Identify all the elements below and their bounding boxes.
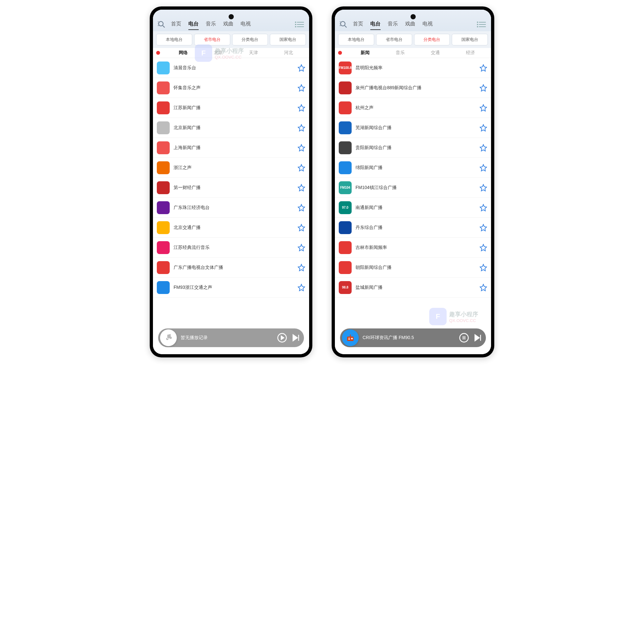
play-icon[interactable] <box>277 333 287 343</box>
station-row[interactable]: 98.8盐城新闻广播 <box>335 278 491 298</box>
subtab-national[interactable]: 国家电台 <box>270 34 306 45</box>
favorite-star-icon[interactable] <box>479 104 487 112</box>
player-bar[interactable]: 暂无播放记录 <box>158 328 304 347</box>
subtab-local[interactable]: 本地电台 <box>156 34 192 45</box>
station-title: 泉州广播电视台889新闻综合广播 <box>355 85 479 91</box>
favorite-star-icon[interactable] <box>479 64 487 72</box>
sub-tabs: 本地电台 省市电台 分类电台 国家电台 <box>335 31 491 48</box>
station-row[interactable]: 杭州之声 <box>335 98 491 118</box>
station-row[interactable]: 泉州广播电视台889新闻综合广播 <box>335 78 491 98</box>
favorite-star-icon[interactable] <box>298 84 305 92</box>
favorite-star-icon[interactable] <box>298 204 305 212</box>
favorite-star-icon[interactable] <box>298 244 305 251</box>
station-title: FM93浙江交通之声 <box>174 285 298 290</box>
favorite-star-icon[interactable] <box>298 164 305 172</box>
subtab-national[interactable]: 国家电台 <box>452 34 488 45</box>
cat-item[interactable]: 音乐 <box>383 50 418 56</box>
next-icon[interactable] <box>472 333 483 343</box>
cat-item[interactable]: 经济 <box>453 50 488 56</box>
station-row[interactable]: 贵阳新闻综合广播 <box>335 138 491 158</box>
station-row[interactable]: FM100.8昆明阳光频率 <box>335 58 491 78</box>
station-row[interactable]: 江苏新闻广播 <box>153 98 309 118</box>
station-title: 绵阳新闻广播 <box>355 165 479 171</box>
tab-home[interactable]: 首页 <box>171 19 181 30</box>
station-row[interactable]: FM93浙江交通之声 <box>153 278 309 298</box>
station-row[interactable]: FM104FM104镇江综合广播 <box>335 178 491 198</box>
station-row[interactable]: 芜湖新闻综合广播 <box>335 118 491 138</box>
station-row[interactable]: 广东珠江经济电台 <box>153 198 309 218</box>
station-row[interactable]: 绵阳新闻广播 <box>335 158 491 178</box>
station-row[interactable]: 第一财经广播 <box>153 178 309 198</box>
favorite-star-icon[interactable] <box>298 64 305 72</box>
favorite-star-icon[interactable] <box>479 144 487 152</box>
tab-opera[interactable]: 戏曲 <box>223 19 233 30</box>
cat-item[interactable]: 网络 <box>166 50 201 56</box>
cat-item[interactable]: 天津 <box>236 50 271 56</box>
favorite-star-icon[interactable] <box>479 204 487 212</box>
station-row[interactable]: 97.0南通新闻广播 <box>335 198 491 218</box>
subtab-province[interactable]: 省市电台 <box>376 34 412 45</box>
station-logo <box>157 161 170 174</box>
favorite-star-icon[interactable] <box>479 244 487 251</box>
cat-item[interactable]: 新闻 <box>348 50 383 56</box>
station-row[interactable]: 广东广播电视台文体广播 <box>153 258 309 278</box>
tab-home[interactable]: 首页 <box>353 19 363 30</box>
tab-opera[interactable]: 戏曲 <box>405 19 415 30</box>
tab-music[interactable]: 音乐 <box>388 19 398 30</box>
station-row[interactable]: 丹东综合广播 <box>335 218 491 238</box>
menu-icon[interactable] <box>295 19 306 30</box>
tab-tv[interactable]: 电视 <box>241 19 251 30</box>
tab-radio[interactable]: 电台 <box>370 19 381 30</box>
favorite-star-icon[interactable] <box>479 284 487 291</box>
next-icon[interactable] <box>290 333 301 343</box>
favorite-star-icon[interactable] <box>479 264 487 271</box>
favorite-star-icon[interactable] <box>479 164 487 172</box>
station-row[interactable]: 朝阳新闻综合广播 <box>335 258 491 278</box>
station-row[interactable]: 怀集音乐之声 <box>153 78 309 98</box>
station-row[interactable]: 江苏经典流行音乐 <box>153 238 309 258</box>
favorite-star-icon[interactable] <box>298 284 305 291</box>
cat-item[interactable]: 交通 <box>418 50 453 56</box>
subtab-category[interactable]: 分类电台 <box>414 34 450 45</box>
station-row[interactable]: 吉林市新闻频率 <box>335 238 491 258</box>
station-list[interactable]: FM100.8昆明阳光频率泉州广播电视台889新闻综合广播杭州之声芜湖新闻综合广… <box>335 58 491 354</box>
cat-item[interactable]: 河北 <box>271 50 306 56</box>
tab-music[interactable]: 音乐 <box>206 19 216 30</box>
favorite-star-icon[interactable] <box>479 184 487 192</box>
station-row[interactable]: 北京新闻广播 <box>153 118 309 138</box>
favorite-star-icon[interactable] <box>298 124 305 132</box>
cat-item[interactable]: 北京 <box>201 50 236 56</box>
favorite-star-icon[interactable] <box>479 124 487 132</box>
tab-tv[interactable]: 电视 <box>422 19 433 30</box>
station-title: 广东广播电视台文体广播 <box>174 265 298 270</box>
favorite-star-icon[interactable] <box>298 144 305 152</box>
station-row[interactable]: 北京交通广播 <box>153 218 309 238</box>
favorite-star-icon[interactable] <box>298 184 305 192</box>
station-title: 南通新闻广播 <box>355 205 479 211</box>
pause-icon[interactable] <box>459 333 469 343</box>
menu-icon[interactable] <box>477 19 488 30</box>
station-list[interactable]: 清晨音乐台怀集音乐之声江苏新闻广播北京新闻广播上海新闻广播浙江之声第一财经广播广… <box>153 58 309 354</box>
subtab-category[interactable]: 分类电台 <box>232 34 268 45</box>
station-row[interactable]: 清晨音乐台 <box>153 58 309 78</box>
subtab-local[interactable]: 本地电台 <box>338 34 374 45</box>
player-text: CRI环球资讯广播 FM90.5 <box>363 335 459 341</box>
favorite-star-icon[interactable] <box>298 224 305 232</box>
subtab-province[interactable]: 省市电台 <box>194 34 230 45</box>
search-icon[interactable] <box>338 19 349 30</box>
player-controls <box>459 333 483 343</box>
station-row[interactable]: 浙江之声 <box>153 158 309 178</box>
player-thumb[interactable] <box>160 329 177 346</box>
category-row: 网络 北京 天津 河北 <box>153 48 309 58</box>
station-row[interactable]: 上海新闻广播 <box>153 138 309 158</box>
favorite-star-icon[interactable] <box>298 264 305 271</box>
player-thumb[interactable] <box>342 329 359 346</box>
favorite-star-icon[interactable] <box>479 224 487 232</box>
station-title: 清晨音乐台 <box>174 65 298 71</box>
player-bar[interactable]: CRI环球资讯广播 FM90.5 <box>340 328 486 347</box>
search-icon[interactable] <box>156 19 167 30</box>
tab-radio[interactable]: 电台 <box>188 19 199 30</box>
favorite-star-icon[interactable] <box>479 84 487 92</box>
favorite-star-icon[interactable] <box>298 104 305 112</box>
top-bar: 首页 电台 音乐 戏曲 电视 <box>153 10 309 31</box>
